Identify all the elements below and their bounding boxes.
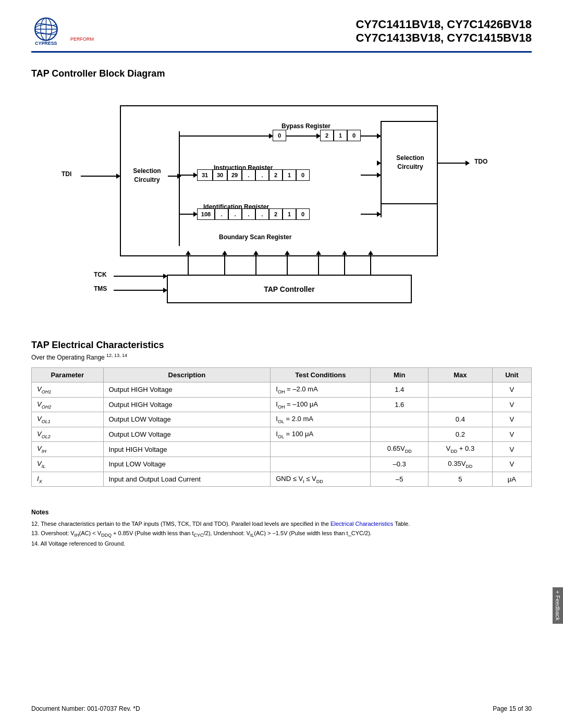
tap-up-arrow4 — [287, 251, 288, 275]
max-cell — [428, 382, 492, 398]
test-conditions-cell — [271, 456, 371, 472]
selection-circuitry-right-label: SelectionCircuitry — [387, 154, 434, 171]
ir-out-arrow — [361, 175, 381, 176]
bypass-single-arrow — [179, 135, 273, 137]
table-row: VOL2 Output LOW Voltage IOL = 100 μA 0.2… — [32, 427, 532, 442]
header-title-line1: CY7C1411BV18, CY7C1426BV18 — [356, 18, 532, 31]
footer: Document Number: 001-07037 Rev. *D Page … — [31, 705, 532, 712]
table-row: VOH1 Output HIGH Voltage IOH = –2.0 mA 1… — [32, 382, 532, 398]
test-conditions-cell: IOL = 2.0 mA — [271, 412, 371, 427]
test-conditions-cell: IOH = –2.0 mA — [271, 382, 371, 398]
max-cell: 0.4 — [428, 412, 492, 427]
bypass-out-arrow — [361, 135, 381, 137]
note-item: 13. Overshoot: VIH(AC) < VDDQ + 0.85V (P… — [31, 529, 532, 539]
param-cell: VOH2 — [32, 397, 104, 412]
bypass-register-cells: 210 — [320, 130, 361, 141]
tap-up-arrow5 — [318, 251, 319, 275]
tdi-arrow — [81, 176, 120, 177]
tdi-label: TDI — [62, 170, 71, 178]
bypass-register-label: Bypass Register — [282, 122, 331, 130]
cypress-logo: CYPRESS — [31, 16, 73, 47]
min-cell: –5 — [371, 472, 428, 487]
col-header-test-conditions: Test Conditions — [271, 368, 371, 382]
max-cell: VDD + 0.3 — [428, 442, 492, 457]
table-row: VIH Input HIGH Voltage 0.65VDD VDD + 0.3… — [32, 442, 532, 457]
tap-controller-box: TAP Controller — [167, 275, 412, 303]
note-item: 12. These characteristics pertain to the… — [31, 520, 532, 529]
param-cell: VOL1 — [32, 412, 104, 427]
selection-circuitry-left-label: SelectionCircuitry — [126, 167, 168, 184]
unit-cell: V — [492, 397, 531, 412]
unit-cell: V — [492, 456, 531, 472]
description-cell: Input LOW Voltage — [103, 456, 271, 472]
params-table: Parameter Description Test Conditions Mi… — [31, 367, 532, 487]
tck-arrow — [114, 276, 167, 277]
param-cell: VOL2 — [32, 427, 104, 442]
notes-title: Notes — [31, 508, 532, 517]
tap-subtitle: Over the Operating Range 12, 13, 14 — [31, 353, 532, 361]
note-item: 14. All Voltage referenced to Ground. — [31, 539, 532, 549]
min-cell: 1.6 — [371, 397, 428, 412]
col-header-max: Max — [428, 368, 492, 382]
table-row: VOH2 Output HIGH Voltage IOH = –100 μA 1… — [32, 397, 532, 412]
description-cell: Output LOW Voltage — [103, 412, 271, 427]
unit-cell: V — [492, 412, 531, 427]
param-cell: VOH1 — [32, 382, 104, 398]
electrical-char-link[interactable]: Electrical Characteristics — [331, 521, 393, 527]
tap-electrical-section: TAP Electrical Characteristics Over the … — [31, 340, 532, 487]
header-title-line2: CY7C1413BV18, CY7C1415BV18 — [356, 31, 532, 45]
tdo-label: TDO — [474, 158, 487, 165]
tms-label: TMS — [94, 285, 107, 292]
table-row: VOL1 Output LOW Voltage IOL = 2.0 mA 0.4… — [32, 412, 532, 427]
svg-text:CYPRESS: CYPRESS — [35, 41, 57, 46]
param-cell: IX — [32, 472, 104, 487]
min-cell: 0.65VDD — [371, 442, 428, 457]
bypass-single-to-reg — [286, 135, 320, 137]
test-conditions-cell — [271, 442, 371, 457]
id-out-arrow — [361, 214, 381, 215]
col-header-parameter: Parameter — [32, 368, 104, 382]
tms-arrow — [114, 290, 167, 291]
tck-label: TCK — [94, 271, 107, 278]
unit-cell: V — [492, 382, 531, 398]
max-cell: 0.35VDD — [428, 456, 492, 472]
col-header-unit: Unit — [492, 368, 531, 382]
block-diagram-section: TAP Controller Block Diagram TDI Selecti… — [31, 68, 532, 319]
header: CYPRESS PERFORM CY7C1411BV18, CY7C1426BV… — [31, 16, 532, 53]
min-cell — [371, 412, 428, 427]
perform-label: PERFORM — [70, 36, 94, 42]
page-info: Page 15 of 30 — [493, 705, 532, 712]
unit-cell: μA — [492, 472, 531, 487]
max-cell: 0.2 — [428, 427, 492, 442]
instruction-register-cells: 31 30 29 . . 2 1 0 — [197, 169, 310, 181]
header-title: CY7C1411BV18, CY7C1426BV18 CY7C1413BV18,… — [356, 18, 532, 45]
param-cell: VIH — [32, 442, 104, 457]
description-cell: Input and Output Load Current — [103, 472, 271, 487]
tap-up-arrow3 — [255, 251, 256, 275]
vert-line-left — [179, 131, 180, 246]
tap-up-arrow7 — [370, 251, 371, 275]
unit-cell: V — [492, 442, 531, 457]
test-conditions-cell: IOH = –100 μA — [271, 397, 371, 412]
max-cell: 5 — [428, 472, 492, 487]
ir-arrow-in — [179, 175, 197, 176]
min-cell — [371, 427, 428, 442]
tap-up-arrow2 — [224, 251, 225, 275]
feedback-button[interactable]: + Feedback — [553, 587, 563, 624]
identification-register-cells: 108 . . . . 2 1 0 — [197, 208, 310, 220]
col-header-min: Min — [371, 368, 428, 382]
tap-elec-title: TAP Electrical Characteristics — [31, 340, 532, 351]
test-conditions-cell: GND ≤ VI ≤ VDD — [271, 472, 371, 487]
tap-controller-label: TAP Controller — [264, 285, 315, 293]
id-arrow-in — [179, 214, 197, 215]
unit-cell: V — [492, 427, 531, 442]
max-cell — [428, 397, 492, 412]
col-header-description: Description — [103, 368, 271, 382]
tap-up-arrow6 — [344, 251, 345, 275]
description-cell: Output LOW Voltage — [103, 427, 271, 442]
description-cell: Output HIGH Voltage — [103, 382, 271, 398]
logo-area: CYPRESS PERFORM — [31, 16, 94, 47]
table-row: IX Input and Output Load Current GND ≤ V… — [32, 472, 532, 487]
block-diagram-title: TAP Controller Block Diagram — [31, 68, 532, 79]
table-row: VIL Input LOW Voltage –0.3 0.35VDD V — [32, 456, 532, 472]
